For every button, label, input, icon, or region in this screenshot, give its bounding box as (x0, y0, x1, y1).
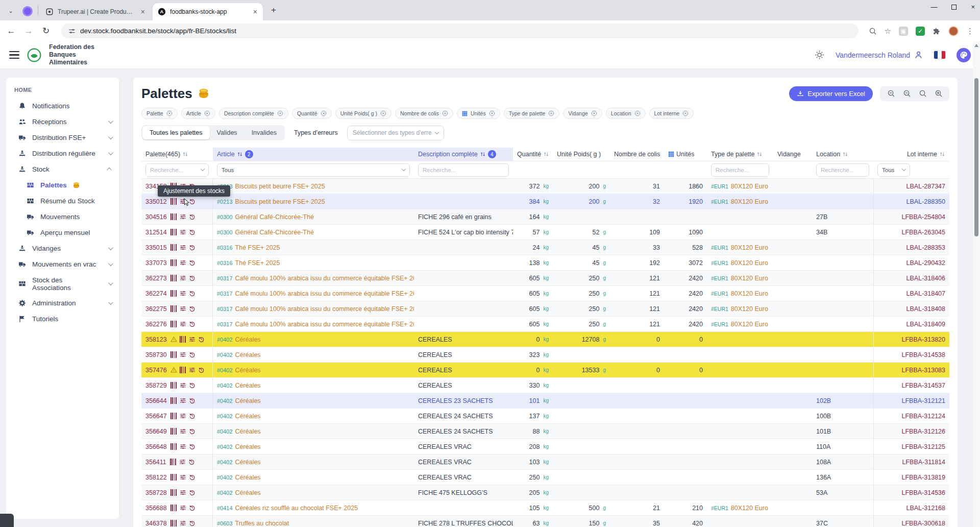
scrollbar-thumb[interactable] (974, 78, 978, 236)
article-cell[interactable]: #0402Céréales (213, 428, 414, 435)
chip-remove-icon[interactable] (166, 110, 173, 116)
barcode-icon[interactable] (170, 290, 177, 297)
site-settings-icon[interactable] (68, 28, 76, 35)
article-cell[interactable]: #0402Céréales (213, 459, 414, 466)
article-cell[interactable]: #0402Céréales (213, 382, 414, 389)
chip-remove-icon[interactable] (277, 110, 283, 116)
stock-adjustment-icon[interactable] (180, 244, 186, 251)
barcode-icon[interactable] (170, 382, 177, 389)
chip-remove-icon[interactable] (489, 110, 495, 116)
sidebar-item-distribution-fse[interactable]: Distribution FSE+ (6, 130, 119, 146)
sidebar-item-palettes[interactable]: Palettes (6, 177, 119, 193)
stock-adjustment-icon[interactable] (180, 520, 186, 526)
barcode-icon[interactable] (180, 367, 186, 373)
chip-vidange[interactable]: Vidange (563, 108, 602, 119)
stock-adjustment-icon[interactable] (179, 459, 186, 465)
table-row[interactable]: 356649#0402CéréalesCEREALES 24 SACHETS88… (141, 424, 949, 439)
article-cell[interactable]: #0402Céréales (213, 474, 414, 481)
chip-lot-interne[interactable]: Lot interne (649, 108, 694, 119)
article-cell[interactable]: #0316Thé FSE+ 2025 (213, 244, 414, 251)
table-row[interactable]: 362275#0317Café moulu 100% arabica issu … (141, 301, 949, 317)
history-icon[interactable] (189, 428, 195, 435)
search-icon[interactable] (915, 87, 930, 100)
history-icon[interactable] (189, 321, 195, 327)
history-icon[interactable] (189, 259, 195, 266)
article-cell[interactable]: #0402Céréales (213, 413, 414, 420)
history-icon[interactable] (189, 474, 195, 481)
history-icon[interactable] (189, 275, 195, 281)
stock-adjustment-icon[interactable] (180, 428, 186, 435)
table-row[interactable]: 362273#0317Café moulu 100% arabica issu … (141, 271, 949, 286)
stock-adjustment-icon[interactable] (180, 305, 186, 312)
barcode-icon[interactable] (170, 198, 177, 205)
history-icon[interactable] (189, 443, 195, 450)
table-row[interactable]: 356411#0402CéréalesCEREALES VRAC103kg108… (141, 454, 949, 470)
chip-quantite[interactable]: Quantité (292, 108, 332, 119)
sort-icon[interactable] (842, 151, 848, 157)
chip-remove-icon[interactable] (442, 110, 448, 116)
view-tab-invalides[interactable]: Invalides (244, 126, 284, 139)
stock-adjustment-icon[interactable] (180, 474, 186, 481)
sort-icon[interactable] (237, 151, 243, 157)
barcode-icon[interactable] (170, 489, 177, 496)
tab-search-icon[interactable]: ⌄ (4, 4, 17, 17)
chip-unite-poids-g[interactable]: Unité Poids( g ) (335, 108, 391, 119)
chip-remove-icon[interactable] (321, 110, 327, 116)
sort-icon[interactable] (543, 151, 549, 157)
table-row[interactable]: 335012#0213Biscuits petit beurre FSE+ 20… (141, 194, 949, 209)
barcode-icon[interactable] (170, 443, 177, 450)
table-row[interactable]: 334158#0213Biscuits petit beurre FSE+ 20… (141, 179, 949, 194)
theme-toggle-sun-icon[interactable] (815, 50, 824, 60)
sidebar-item-distribution-reguliere[interactable]: Distribution régulière (6, 146, 119, 161)
history-icon[interactable] (188, 459, 195, 465)
table-row[interactable]: 358728#0402CéréalesFICHE 475 KELLOGG'S20… (141, 485, 949, 500)
stock-adjustment-icon[interactable] (189, 367, 195, 373)
view-tab-toutes-les-palettes[interactable]: Toutes les palettes (142, 126, 210, 139)
barcode-icon[interactable] (170, 305, 177, 312)
history-icon[interactable] (198, 367, 205, 373)
article-cell[interactable]: #0213Biscuits petit beurre FSE+ 2025 (213, 183, 414, 190)
tab-close-icon[interactable]: × (252, 8, 259, 16)
history-icon[interactable] (189, 305, 195, 312)
filter-search-input[interactable]: Recherche... (418, 163, 509, 177)
barcode-icon[interactable] (170, 213, 177, 220)
barcode-icon[interactable] (170, 321, 177, 327)
forward-icon[interactable]: → (23, 26, 34, 36)
barcode-icon[interactable] (170, 413, 177, 419)
sidebar-item-apercu-mensuel[interactable]: Aperçu mensuel (6, 225, 119, 241)
history-icon[interactable] (189, 397, 195, 404)
article-cell[interactable]: #0316Thé FSE+ 2025 (213, 259, 414, 267)
french-flag-icon[interactable] (934, 51, 945, 59)
browser-tab-trupeer[interactable]: Trupeer.ai | Create Product Vide × (40, 3, 151, 20)
bookmark-star-icon[interactable]: ☆ (885, 27, 891, 36)
stock-adjustment-icon[interactable] (180, 489, 186, 496)
article-cell[interactable]: #0213Biscuits petit beurre FSE+ 2025 (213, 198, 414, 205)
sidebar-item-resume-du-stock[interactable]: Résumé du Stock (6, 193, 119, 209)
article-cell[interactable]: #0300Général Café-Chicorée-Thé (213, 229, 414, 236)
lens-search-icon[interactable] (869, 27, 877, 35)
extensions-puzzle-icon[interactable] (933, 27, 941, 35)
tab-close-icon[interactable]: × (139, 8, 146, 16)
table-row[interactable]: 335015#0316Thé FSE+ 202524kg45g33528#EUR… (141, 240, 949, 255)
stock-adjustment-icon[interactable] (180, 397, 186, 404)
browser-menu-icon[interactable]: ⋮ (966, 27, 974, 36)
history-icon[interactable] (189, 489, 195, 496)
sidebar-item-administration[interactable]: Administration (6, 295, 119, 311)
table-row[interactable]: 346378#0603Truffes au chocolatFICHE 278 … (141, 516, 949, 527)
article-cell[interactable]: #0402Céréales (213, 351, 414, 358)
chip-remove-icon[interactable] (634, 110, 641, 116)
sort-icon[interactable] (182, 151, 188, 157)
filter-search-input[interactable]: Recherche... (816, 163, 869, 177)
article-cell[interactable]: #0402Céréales (213, 489, 414, 496)
table-row[interactable]: 358729#0402CéréalesCEREALES330kgLFBBA-31… (141, 378, 949, 393)
table-row[interactable]: 358730#0402CéréalesCEREALES323kgLFBBA-31… (141, 347, 949, 363)
sidebar-item-stock-des-associations[interactable]: Stock des Associations (6, 272, 119, 295)
stock-adjustment-icon[interactable] (180, 413, 186, 419)
barcode-icon[interactable] (170, 428, 177, 435)
history-icon[interactable] (189, 213, 195, 220)
barcode-icon[interactable] (170, 397, 177, 404)
view-tab-valides[interactable]: Valides (210, 126, 244, 139)
chip-location[interactable]: Location (606, 108, 646, 119)
article-cell[interactable]: #0317Café moulu 100% arabica issu du com… (213, 305, 414, 313)
barcode-icon[interactable] (170, 505, 177, 511)
